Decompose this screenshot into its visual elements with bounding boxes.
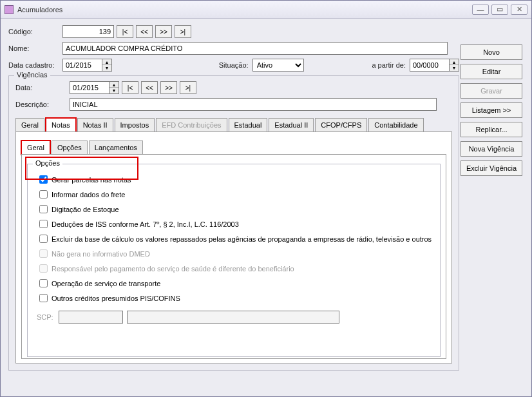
lbl-nao-gera-dmed: Não gera no informativo DMED (52, 250, 150, 258)
situacao-label: Situação: (219, 61, 249, 69)
novo-button[interactable]: Novo (461, 44, 522, 60)
tab-efd: EFD Contribuições (156, 118, 227, 132)
a-partir-de-label: a partir de: (372, 61, 406, 69)
gravar-button: Gravar (461, 83, 522, 99)
lbl-outros-creditos: Outros créditos presumidos PIS/COFINS (52, 295, 180, 302)
tab-geral[interactable]: Geral (15, 118, 44, 132)
data-cadastro-input[interactable] (62, 59, 102, 72)
tab-notas[interactable]: Notas (46, 118, 76, 132)
vigencias-group: Vigências Data: ▲▼ |< << >> >| Descrição… (8, 75, 459, 371)
nome-label: Nome: (8, 44, 62, 52)
lbl-responsavel-saude: Responsável pelo pagamento do serviço de… (52, 265, 294, 273)
tab-notas2[interactable]: Notas II (77, 118, 113, 132)
lbl-excluir-base: Excluir da base de cálculo os valores re… (52, 235, 432, 243)
tab-cfop[interactable]: CFOP/CFPS (315, 118, 367, 132)
a-partir-de-input[interactable] (410, 59, 450, 72)
vigencia-data-spinner[interactable]: ▲▼ (109, 81, 119, 94)
chk-nao-gera-dmed (39, 249, 48, 258)
lbl-deducoes-iss: Deduções de ISS conforme Art. 7º, § 2, I… (52, 220, 239, 228)
nav-last-button[interactable]: >| (175, 25, 191, 38)
window-title: Acumuladores (17, 6, 62, 14)
chk-responsavel-saude (39, 264, 48, 273)
chk-gerar-parcelas[interactable] (39, 175, 48, 184)
descricao-input[interactable] (70, 98, 437, 111)
editar-button[interactable]: Editar (461, 64, 522, 79)
titlebar: Acumuladores — ▭ ✕ (1, 1, 531, 19)
chk-digitacao-estoque[interactable] (39, 205, 48, 213)
excluir-vigencia-button[interactable]: Excluir Vigência (461, 160, 522, 176)
chk-excluir-base[interactable] (39, 235, 48, 243)
codigo-label: Código: (8, 28, 62, 35)
action-buttons: Novo Editar Gravar Listagem >> Replicar.… (461, 44, 522, 176)
chk-deducoes-iss[interactable] (39, 220, 48, 228)
opcoes-legend: Opções (33, 159, 62, 167)
replicar-button[interactable]: Replicar... (461, 122, 522, 137)
chk-outros-creditos[interactable] (39, 294, 48, 302)
main-tab-panel: Geral Opções Lançamentos Opções Gerar pa… (15, 131, 452, 363)
lbl-operacao-transporte: Operação de serviço de transporte (52, 280, 160, 287)
nav-prev-button[interactable]: << (136, 25, 153, 38)
vigencia-data-label: Data: (15, 84, 70, 92)
vig-nav-prev-button[interactable]: << (141, 81, 158, 94)
descricao-label: Descrição: (15, 101, 70, 108)
scp-label: SCP: (37, 313, 53, 321)
vig-nav-first-button[interactable]: |< (122, 81, 138, 94)
maximize-button[interactable]: ▭ (491, 5, 508, 15)
lbl-digitacao-estoque: Digitação de Estoque (52, 206, 119, 213)
subtab-opcoes[interactable]: Opções (52, 140, 88, 155)
chk-informar-frete[interactable] (39, 190, 48, 198)
lbl-gerar-parcelas: Gerar parcelas nas notas (52, 176, 131, 184)
scp-desc-input (127, 311, 339, 324)
tab-impostos[interactable]: Impostos (115, 118, 155, 132)
vigencias-legend: Vigências (14, 71, 50, 79)
scp-code-input (59, 311, 123, 324)
minimize-button[interactable]: — (472, 5, 489, 15)
nome-input[interactable] (62, 42, 448, 55)
nova-vigencia-button[interactable]: Nova Vigência (461, 141, 522, 157)
close-button[interactable]: ✕ (511, 5, 527, 15)
situacao-select[interactable]: Ativo (252, 59, 304, 72)
vig-nav-next-button[interactable]: >> (160, 81, 177, 94)
codigo-input[interactable] (62, 25, 114, 38)
main-tabs: Geral Notas Notas II Impostos EFD Contri… (15, 117, 452, 131)
subtab-lancamentos[interactable]: Lançamentos (89, 140, 143, 155)
vig-nav-last-button[interactable]: >| (180, 81, 196, 94)
subtab-geral[interactable]: Geral (21, 140, 50, 155)
a-partir-de-spinner[interactable]: ▲▼ (450, 59, 459, 72)
sub-tab-panel: Opções Gerar parcelas nas notas Informar… (21, 154, 446, 359)
tab-estadual2[interactable]: Estadual II (269, 118, 314, 132)
lbl-informar-frete: Informar dados do frete (52, 191, 125, 198)
tab-estadual[interactable]: Estadual (229, 118, 268, 132)
chk-operacao-transporte[interactable] (39, 279, 48, 287)
listagem-button[interactable]: Listagem >> (461, 102, 522, 118)
nav-next-button[interactable]: >> (155, 25, 172, 38)
app-window: Acumuladores — ▭ ✕ Código: |< << >> >| N… (0, 0, 532, 397)
tab-contabilidade[interactable]: Contabilidade (368, 118, 423, 132)
sub-tabs: Geral Opções Lançamentos (21, 140, 446, 154)
nav-first-button[interactable]: |< (117, 25, 133, 38)
data-cadastro-spinner[interactable]: ▲▼ (102, 59, 112, 72)
opcoes-group: Opções Gerar parcelas nas notas Informar… (27, 164, 441, 357)
app-icon (5, 5, 14, 14)
data-cadastro-label: Data cadastro: (8, 61, 62, 69)
vigencia-data-input[interactable] (70, 81, 109, 94)
